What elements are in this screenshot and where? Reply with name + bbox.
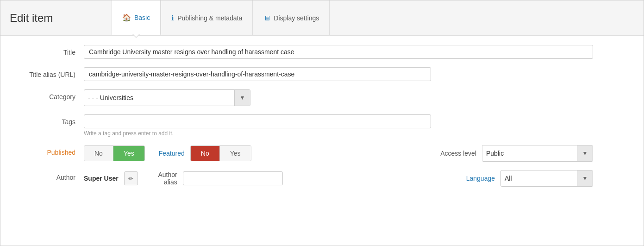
tags-control: Write a tag and press enter to add it. xyxy=(84,114,431,137)
published-no-btn[interactable]: No xyxy=(84,146,113,161)
tab-display-label: Display settings xyxy=(274,14,319,22)
author-alias-label: Author alias xyxy=(152,171,177,186)
access-select-wrap[interactable]: Public ▼ xyxy=(482,145,593,162)
tags-hint: Write a tag and press enter to add it. xyxy=(84,130,431,137)
author-row: Author Super User ✏ Author alias xyxy=(19,170,625,187)
featured-no-btn[interactable]: No xyxy=(191,146,220,161)
featured-label: Featured xyxy=(159,150,185,157)
tab-publishing[interactable]: ℹ Publishing & metadata xyxy=(161,0,253,35)
access-select[interactable]: Public xyxy=(482,146,577,160)
url-label: Title alias (URL) xyxy=(19,67,84,78)
main-container: Edit item 🏠 Basic ℹ Publishing & metadat… xyxy=(0,0,644,246)
author-control: Super User ✏ Author alias Language All xyxy=(84,170,593,187)
author-name-group: Super User ✏ xyxy=(84,171,138,185)
language-group: Language All ▼ xyxy=(466,170,593,187)
tags-input[interactable] xyxy=(84,114,431,128)
author-name: Super User xyxy=(84,175,119,182)
language-select-wrap[interactable]: All ▼ xyxy=(500,170,593,187)
published-label: Published xyxy=(19,145,84,156)
language-dropdown-arrow[interactable]: ▼ xyxy=(577,170,593,186)
content: Title Title alias (URL) Category - - - U… xyxy=(0,36,644,246)
access-label: Access level xyxy=(439,150,476,157)
title-row: Title xyxy=(19,45,625,59)
published-control: No Yes Featured No Yes Access level xyxy=(84,145,593,162)
title-input[interactable] xyxy=(84,45,593,59)
info-icon: ℹ xyxy=(171,14,174,22)
featured-toggle-group: No Yes xyxy=(190,145,251,161)
page-title-area: Edit item xyxy=(10,0,112,35)
title-control xyxy=(84,45,593,59)
category-label: Category xyxy=(19,89,84,101)
tags-label: Tags xyxy=(19,114,84,126)
author-label: Author xyxy=(19,170,84,181)
language-select[interactable]: All xyxy=(501,171,577,185)
tab-display[interactable]: 🖥 Display settings xyxy=(253,0,330,35)
published-toggle-group: No Yes xyxy=(84,145,145,161)
url-control xyxy=(84,67,593,81)
author-fields-row: Super User ✏ Author alias Language All xyxy=(84,170,593,187)
monitor-icon: 🖥 xyxy=(263,14,270,22)
featured-group: Featured No Yes xyxy=(159,145,251,161)
language-label: Language xyxy=(466,175,495,182)
page-title: Edit item xyxy=(10,12,53,25)
tab-basic-label: Basic xyxy=(134,14,150,21)
title-label: Title xyxy=(19,45,84,56)
header: Edit item 🏠 Basic ℹ Publishing & metadat… xyxy=(0,0,644,36)
category-select[interactable]: - - - Universities xyxy=(84,91,234,105)
home-icon: 🏠 xyxy=(122,13,131,22)
url-row: Title alias (URL) xyxy=(19,67,625,81)
tab-publishing-label: Publishing & metadata xyxy=(177,14,242,22)
author-edit-btn[interactable]: ✏ xyxy=(124,171,138,185)
url-input[interactable] xyxy=(84,67,431,81)
category-row: Category - - - Universities ▼ xyxy=(19,89,625,106)
published-yes-btn[interactable]: Yes xyxy=(113,146,144,161)
author-alias-input[interactable] xyxy=(183,171,283,185)
tags-row: Tags Write a tag and press enter to add … xyxy=(19,114,625,137)
author-alias-group: Author alias xyxy=(152,171,283,186)
published-fields-row: No Yes Featured No Yes Access level xyxy=(84,145,593,162)
access-group: Access level Public ▼ xyxy=(439,145,593,162)
category-control: - - - Universities ▼ xyxy=(84,89,593,106)
featured-yes-btn[interactable]: Yes xyxy=(220,146,251,161)
tabs: 🏠 Basic ℹ Publishing & metadata 🖥 Displa… xyxy=(112,0,330,35)
published-row: Published No Yes Featured No Yes xyxy=(19,145,625,162)
category-dropdown-arrow[interactable]: ▼ xyxy=(234,90,250,106)
access-dropdown-arrow[interactable]: ▼ xyxy=(577,145,593,161)
tab-basic[interactable]: 🏠 Basic xyxy=(112,0,161,35)
category-select-wrap[interactable]: - - - Universities ▼ xyxy=(84,89,250,106)
